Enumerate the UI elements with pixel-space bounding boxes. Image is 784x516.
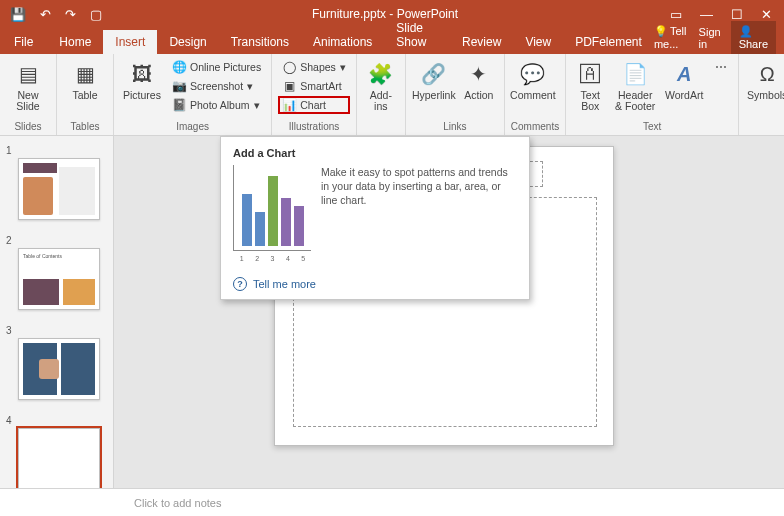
tab-insert[interactable]: Insert [103, 30, 157, 54]
group-tables: ▦ Table Tables [57, 54, 114, 135]
help-icon: ? [233, 277, 247, 291]
window-controls: ▭ — ☐ ✕ [658, 7, 784, 22]
addins-button[interactable]: 🧩 Add- ins [363, 58, 399, 112]
new-slide-button[interactable]: ▤ New Slide [6, 58, 50, 112]
wordart-icon: A [670, 60, 698, 88]
textbox-icon: 🄰 [576, 60, 604, 88]
share-button[interactable]: 👤 Share [731, 21, 776, 54]
save-icon[interactable]: 💾 [10, 7, 26, 22]
comment-icon: 💬 [519, 60, 547, 88]
tooltip-chart-preview: 12345 [233, 165, 311, 251]
pictures-icon: 🖼 [128, 60, 156, 88]
table-button[interactable]: ▦ Table [63, 58, 107, 101]
online-pictures-icon: 🌐 [172, 60, 186, 74]
notes-placeholder: Click to add notes [134, 497, 221, 509]
ribbon-tabs: File Home Insert Design Transitions Anim… [0, 28, 784, 54]
chart-button[interactable]: 📊Chart [278, 96, 350, 114]
ribbon: ▤ New Slide Slides ▦ Table Tables 🖼 Pict… [0, 54, 784, 136]
action-icon: ✦ [465, 60, 493, 88]
notes-pane[interactable]: Click to add notes [0, 488, 784, 516]
quick-access-toolbar: 💾 ↶ ↷ ▢ [0, 7, 112, 22]
photo-album-button[interactable]: 📓Photo Album ▾ [168, 96, 265, 114]
comment-button[interactable]: 💬 Comment [511, 58, 555, 101]
shapes-button[interactable]: ◯Shapes ▾ [278, 58, 350, 76]
slide-thumbnail-4[interactable]: 4 [6, 414, 107, 488]
slide-editor[interactable]: Add a Chart 12345 Make it easy to spot p… [114, 136, 784, 488]
chart-tooltip: Add a Chart 12345 Make it easy to spot p… [220, 136, 530, 300]
table-icon: ▦ [71, 60, 99, 88]
tab-file[interactable]: File [0, 30, 47, 54]
tab-design[interactable]: Design [157, 30, 218, 54]
group-illustrations: ◯Shapes ▾ ▣SmartArt 📊Chart Illustrations [272, 54, 357, 135]
tab-view[interactable]: View [513, 30, 563, 54]
textbox-button[interactable]: 🄰 Text Box [572, 58, 608, 112]
sign-in-link[interactable]: Sign in [699, 26, 721, 50]
smartart-icon: ▣ [282, 79, 296, 93]
tell-me-search[interactable]: Tell me... [654, 25, 689, 50]
group-symbols: Ω Symbols [739, 54, 784, 135]
hyperlink-button[interactable]: 🔗 Hyperlink [412, 58, 456, 101]
hyperlink-icon: 🔗 [420, 60, 448, 88]
ribbon-options-icon[interactable]: ▭ [670, 7, 682, 22]
tab-review[interactable]: Review [450, 30, 513, 54]
maximize-icon[interactable]: ☐ [731, 7, 743, 22]
shapes-icon: ◯ [282, 60, 296, 74]
slide-thumbnail-3[interactable]: 3 [6, 324, 107, 400]
addins-icon: 🧩 [367, 60, 395, 88]
new-slide-icon: ▤ [14, 60, 42, 88]
online-pictures-button[interactable]: 🌐Online Pictures [168, 58, 265, 76]
tab-animations[interactable]: Animations [301, 30, 384, 54]
close-icon[interactable]: ✕ [761, 7, 772, 22]
tooltip-title: Add a Chart [233, 147, 517, 159]
header-footer-icon: 📄 [621, 60, 649, 88]
tab-pdfelement[interactable]: PDFelement [563, 30, 654, 54]
work-area: 1 2 Table of Contents 3 4 Add a Chart [0, 136, 784, 488]
photo-album-icon: 📓 [172, 98, 186, 112]
screenshot-button[interactable]: 📷Screenshot ▾ [168, 77, 265, 95]
group-comments: 💬 Comment Comments [505, 54, 566, 135]
header-footer-button[interactable]: 📄 Header & Footer [612, 58, 658, 112]
text-more-button[interactable]: ⋯ [710, 58, 732, 76]
tooltip-description: Make it easy to spot patterns and trends… [321, 165, 517, 263]
undo-icon[interactable]: ↶ [40, 7, 51, 22]
group-images: 🖼 Pictures 🌐Online Pictures 📷Screenshot … [114, 54, 272, 135]
symbols-icon: Ω [753, 60, 781, 88]
start-from-beginning-icon[interactable]: ▢ [90, 7, 102, 22]
tell-me-more-link[interactable]: ? Tell me more [233, 277, 517, 291]
group-addins: 🧩 Add- ins [357, 54, 406, 135]
minimize-icon[interactable]: — [700, 7, 713, 22]
pictures-button[interactable]: 🖼 Pictures [120, 58, 164, 101]
symbols-button[interactable]: Ω Symbols [745, 58, 784, 101]
redo-icon[interactable]: ↷ [65, 7, 76, 22]
slide-thumbnail-2[interactable]: 2 Table of Contents [6, 234, 107, 310]
group-links: 🔗 Hyperlink ✦ Action Links [406, 54, 505, 135]
group-text: 🄰 Text Box 📄 Header & Footer A WordArt ⋯… [566, 54, 739, 135]
chart-icon: 📊 [282, 98, 296, 112]
slide-thumbnail-1[interactable]: 1 [6, 144, 107, 220]
wordart-button[interactable]: A WordArt [662, 58, 706, 101]
slide-thumbnail-panel[interactable]: 1 2 Table of Contents 3 4 [0, 136, 114, 488]
more-icon: ⋯ [714, 60, 728, 74]
tab-transitions[interactable]: Transitions [219, 30, 301, 54]
action-button[interactable]: ✦ Action [460, 58, 498, 101]
tab-slideshow[interactable]: Slide Show [384, 16, 450, 54]
smartart-button[interactable]: ▣SmartArt [278, 77, 350, 95]
group-slides: ▤ New Slide Slides [0, 54, 57, 135]
tab-home[interactable]: Home [47, 30, 103, 54]
screenshot-icon: 📷 [172, 79, 186, 93]
